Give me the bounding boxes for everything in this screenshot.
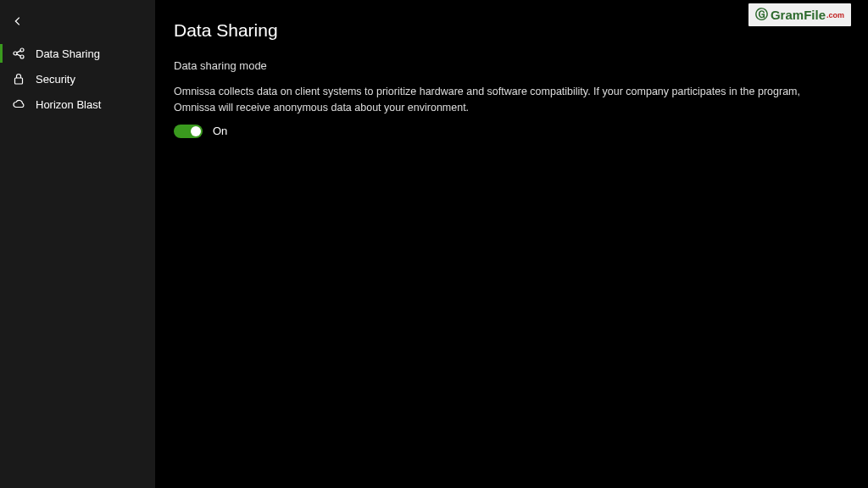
svg-point-0 [14, 52, 17, 55]
watermark-badge: Ⓖ GramFile .com [748, 3, 851, 26]
toggle-label: On [213, 125, 227, 137]
section-label: Data sharing mode [174, 59, 849, 72]
watermark-brand: GramFile [771, 8, 826, 22]
sidebar-item-label: Security [36, 73, 75, 86]
share-icon [12, 47, 25, 60]
svg-point-2 [20, 55, 24, 58]
globe-icon: Ⓖ [755, 7, 768, 23]
svg-point-1 [20, 48, 24, 52]
description-text: Omnissa collects data on client systems … [174, 84, 843, 116]
sidebar-item-label: Data Sharing [36, 47, 100, 60]
chevron-left-icon [12, 15, 24, 30]
sidebar-item-label: Horizon Blast [36, 98, 101, 111]
toggle-row: On [174, 125, 849, 138]
watermark-suffix: .com [826, 11, 844, 19]
svg-line-4 [17, 54, 20, 56]
sidebar-item-horizon-blast[interactable]: Horizon Blast [0, 92, 155, 117]
sidebar: Data Sharing Security Horizon Blast [0, 0, 155, 488]
sidebar-item-security[interactable]: Security [0, 66, 155, 92]
cloud-icon [12, 97, 25, 111]
main-content: Ⓖ GramFile .com Data Sharing Data sharin… [155, 0, 868, 488]
lock-icon [12, 72, 25, 86]
sidebar-item-data-sharing[interactable]: Data Sharing [0, 41, 155, 66]
svg-rect-5 [15, 78, 23, 84]
toggle-knob [191, 126, 201, 136]
data-sharing-toggle[interactable] [174, 125, 203, 138]
back-button[interactable] [0, 12, 155, 34]
svg-line-3 [17, 51, 20, 53]
